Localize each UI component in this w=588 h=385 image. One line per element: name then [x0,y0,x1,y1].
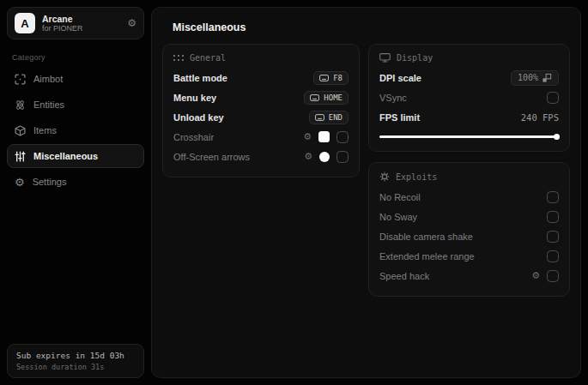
sidebar-item-label: Entities [33,99,64,110]
category-label: Category [12,53,144,62]
sidebar: A Arcane for PIONER ⚙ Category Aimbot [0,0,151,385]
setting-label: Off-Screen arrows [173,152,250,162]
vsync-checkbox[interactable] [547,92,559,104]
brand-text: Arcane for PIONER [42,14,120,33]
color-swatch[interactable] [318,131,330,142]
main-panel: Miscellaneous General Battle mode [151,7,581,378]
setting-row-battle-mode: Battle mode F8 [173,68,349,87]
setting-row-no-sway: No Sway [379,207,559,226]
page-title: Miscellaneous [152,8,580,42]
keybind-badge[interactable]: END [309,111,349,124]
setting-label: DPI scale [379,73,421,83]
brand-card: A Arcane for PIONER ⚙ [7,7,144,39]
setting-row-crosshair: Crosshair ⚙ [173,127,349,147]
exploits-card: Exploits No Recoil No Sway Disable camer… [368,162,570,297]
dpi-scale-selector[interactable]: 100% [511,70,559,86]
setting-label: No Sway [379,212,417,222]
grid-dots-icon [173,54,184,62]
setting-label: Speed hack [379,271,429,281]
setting-label: Disable camera shake [379,232,473,242]
brand-settings-icon[interactable]: ⚙ [127,18,136,28]
extended-melee-range-checkbox[interactable] [547,250,559,262]
keyboard-icon [315,114,324,121]
setting-label: Extended melee range [379,251,475,262]
setting-row-dpi-scale: DPI scale 100% [379,68,559,87]
exploits-card-title: Exploits [396,172,437,182]
setting-row-unload-key: Unload key END [173,107,349,127]
general-card-title: General [190,53,226,63]
setting-row-speed-hack: Speed hack ⚙ [379,266,559,286]
setting-label: No Recoil [379,192,421,202]
general-card: General Battle mode F8 Menu key [162,44,360,177]
display-card: Display DPI scale 100% VSync [368,44,570,152]
row-settings-gear-icon[interactable]: ⚙ [304,152,312,161]
speed-hack-checkbox[interactable] [547,270,559,282]
dpi-scale-value: 100% [518,73,538,82]
slider-knob[interactable] [554,134,560,140]
session-duration-text: Session duration 31s [16,363,135,371]
sidebar-item-settings[interactable]: ⚙ Settings [7,170,144,194]
keyboard-icon [319,75,329,81]
sidebar-item-label: Miscellaneous [33,151,98,161]
sidebar-item-miscellaneous[interactable]: Miscellaneous [7,144,144,168]
sub-expires-text: Sub expires in 15d 03h [16,351,135,360]
no-recoil-checkbox[interactable] [547,191,559,203]
setting-row-offscreen-arrows: Off-Screen arrows ⚙ [173,147,349,166]
sidebar-item-label: Items [33,125,57,135]
setting-label: Menu key [173,93,216,103]
setting-label: FPS limit [379,112,420,123]
keybind-badge[interactable]: HOME [304,91,349,105]
app-subtitle: for PIONER [42,24,120,33]
sliders-icon [15,151,26,162]
slider-fill [379,135,559,138]
setting-row-no-recoil: No Recoil [379,187,559,207]
sidebar-item-items[interactable]: Items [7,118,144,142]
keybind-value: END [329,113,342,122]
slider-track [379,135,559,138]
exploits-card-header: Exploits [379,171,559,182]
setting-label: Battle mode [173,73,227,83]
setting-row-extended-melee-range: Extended melee range [379,246,559,266]
setting-label: VSync [379,93,407,103]
atom-icon [15,99,26,111]
row-settings-gear-icon[interactable]: ⚙ [531,271,540,280]
setting-row-vsync: VSync [379,87,559,107]
fps-limit-value: 240 FPS [521,112,559,123]
setting-label: Unload key [173,112,224,123]
sidebar-item-entities[interactable]: Entities [7,93,144,117]
display-card-title: Display [397,53,433,63]
offscreen-arrows-checkbox[interactable] [336,151,349,163]
general-card-header: General [173,53,349,63]
box-icon [15,125,26,136]
keybind-badge[interactable]: F8 [313,71,349,85]
display-card-header: Display [379,53,559,63]
fps-limit-slider[interactable] [379,132,559,141]
color-swatch[interactable] [319,152,330,162]
keybind-value: HOME [324,93,342,102]
sidebar-item-label: Settings [33,177,67,187]
crosshair-checkbox[interactable] [336,131,349,143]
sidebar-item-label: Aimbot [33,74,63,84]
app-window: A Arcane for PIONER ⚙ Category Aimbot [0,0,588,385]
monitor-icon [379,53,391,63]
setting-row-menu-key: Menu key HOME [173,87,349,107]
sidebar-item-aimbot[interactable]: Aimbot [7,67,144,91]
app-logo: A [15,13,35,33]
scan-crosshair-icon [15,74,26,85]
subscription-card: Sub expires in 15d 03h Session duration … [7,344,144,378]
keyboard-icon [310,94,319,101]
setting-row-disable-camera-shake: Disable camera shake [379,226,559,246]
no-sway-checkbox[interactable] [547,211,559,223]
keybind-value: F8 [333,74,342,82]
setting-row-fps-limit: FPS limit 240 FPS [379,107,559,127]
scale-icon [543,73,552,82]
app-name: Arcane [42,14,120,24]
setting-label: Crosshair [173,132,214,142]
disable-camera-shake-checkbox[interactable] [547,231,559,243]
gear-icon: ⚙ [15,177,25,188]
sidebar-nav: Aimbot Entities Items [7,67,144,194]
row-settings-gear-icon[interactable]: ⚙ [303,132,312,141]
virus-icon [379,171,390,182]
